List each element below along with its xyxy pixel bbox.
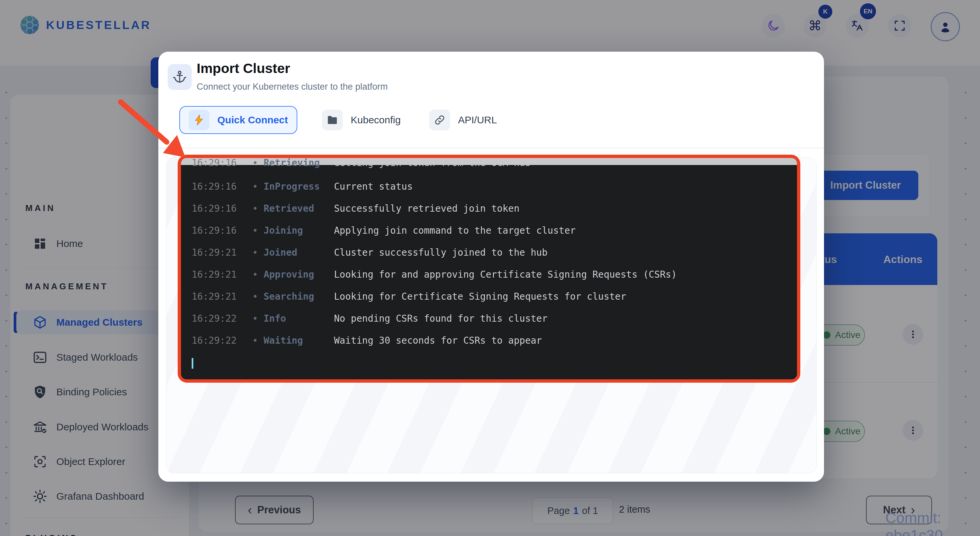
log-row: 16:29:16 Retrieved Successfully retrieve… [192,197,786,219]
join-log-terminal[interactable]: 16:29:16 Retrieving Getting join token f… [178,155,800,383]
import-cluster-modal: Import Cluster Connect your Kubernetes c… [158,52,824,482]
log-message: Successfully retrieved join token [334,203,519,214]
anchor-icon [172,69,187,85]
modal-title: Import Cluster [197,60,290,76]
modal-divider [158,148,824,148]
terminal-log-list: 16:29:16 InProgress Current status 16:29… [192,158,786,352]
tab-quick-connect[interactable]: Quick Connect [179,106,298,134]
tab-api-url[interactable]: API/URL [421,106,506,134]
log-time: 16:29:16 [192,203,238,214]
log-message: No pending CSRs found for this cluster [334,313,548,324]
log-time: 16:29:21 [192,247,238,258]
tab-label: API/URL [458,115,497,126]
log-status: Retrieved [252,203,334,214]
log-status: Searching [252,291,334,302]
log-message: Looking for Certificate Signing Requests… [334,291,626,302]
tab-label: Quick Connect [217,115,288,126]
log-status: InProgress [252,181,334,192]
log-message: Looking for and approving Certificate Si… [334,269,677,280]
log-row: 16:29:16 InProgress Current status [192,175,786,197]
tab-label: Kubeconfig [351,115,401,126]
log-status: Joined [252,247,334,258]
terminal-viewport: 16:29:16 Retrieving Getting join token f… [181,158,797,379]
log-status: Joining [252,225,334,236]
terminal-cursor [192,358,193,369]
tab-kubeconfig[interactable]: Kubeconfig [313,106,409,134]
log-time: 16:29:22 [192,335,238,346]
log-message: Waiting 30 seconds for CSRs to appear [334,335,542,346]
log-row: 16:29:21 Searching Looking for Certifica… [192,285,786,307]
log-status: Waiting [252,335,334,346]
log-time: 16:29:22 [192,313,238,324]
log-status: Info [252,313,334,324]
log-row: 16:29:22 Waiting Waiting 30 seconds for … [192,329,786,352]
log-row: 16:29:21 Joined Cluster successfully joi… [192,241,786,263]
log-time: 16:29:21 [192,291,238,302]
log-status: Approving [252,269,334,280]
link-icon [430,110,450,130]
log-row: 16:29:21 Approving Looking for and appro… [192,263,786,285]
log-message: Current status [334,181,413,192]
log-message: Applying join command to the target clus… [334,225,576,236]
modal-subtitle: Connect your Kubernetes cluster to the p… [197,82,388,92]
log-row: 16:29:22 Info No pending CSRs found for … [192,307,786,329]
log-time: 16:29:21 [192,269,238,280]
log-row: 16:29:16 Joining Applying join command t… [192,219,786,241]
modal-icon-box [168,64,192,90]
folder-icon [322,110,343,130]
log-time: 16:29:16 [192,181,238,192]
log-time: 16:29:16 [192,225,238,236]
lightning-icon [189,110,209,130]
log-message: Cluster successfully joined to the hub [334,247,548,258]
